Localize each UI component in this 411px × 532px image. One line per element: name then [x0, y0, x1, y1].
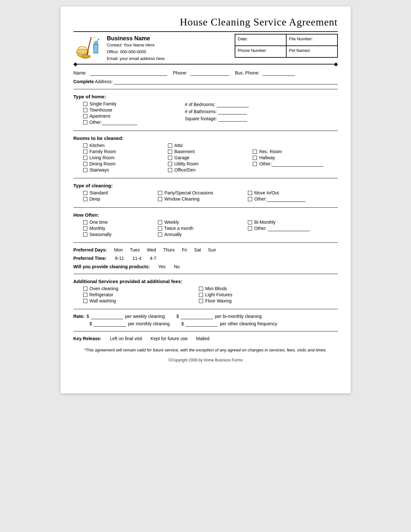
fri-option: Fri — [180, 247, 187, 252]
townhouse-checkbox[interactable] — [83, 108, 87, 112]
rooms-section: Rooms to be cleaned: Kitchen Family Room… — [73, 135, 338, 173]
time-4-7-option: 4-7 — [148, 256, 156, 261]
phone-number-field[interactable]: Phone Number: — [235, 46, 286, 57]
contact-value: Your Name Here — [123, 43, 154, 47]
basement-option: Basement — [168, 149, 253, 154]
weekly-option: Weekly — [158, 220, 248, 225]
email-line: Email: your email address here — [107, 55, 235, 62]
move-in-out-checkbox[interactable] — [248, 191, 252, 195]
bi-monthly-checkbox[interactable] — [248, 220, 252, 224]
cleaning-col3: Move In/Out Other: — [248, 190, 338, 203]
type-of-home-section: Type of home: Single Family Townhouse Ap… — [73, 94, 338, 126]
deep-checkbox[interactable] — [83, 197, 87, 201]
time-8-11-option: 8-11 — [113, 256, 124, 261]
hallway-checkbox[interactable] — [253, 156, 257, 160]
cleaning-products-row: Will you provide cleaning products: Yes … — [73, 264, 338, 269]
kitchen-label: Kitchen — [90, 143, 105, 148]
name-input[interactable] — [90, 70, 167, 76]
office-den-checkbox[interactable] — [168, 168, 172, 172]
phone-input[interactable] — [191, 70, 229, 76]
sqft-input[interactable] — [218, 116, 247, 122]
one-time-checkbox[interactable] — [83, 220, 87, 224]
dining-room-option: Dining Room — [83, 161, 168, 166]
window-cleaning-checkbox[interactable] — [158, 197, 162, 201]
bi-monthly-rate-input[interactable] — [181, 314, 213, 319]
window-cleaning-option: Window Cleaning — [158, 196, 248, 202]
living-room-option: Living Room — [83, 155, 168, 160]
seasonally-option: Seasonally — [83, 232, 158, 237]
weekly-rate-input[interactable] — [91, 314, 123, 319]
dining-room-checkbox[interactable] — [83, 162, 87, 166]
key-release-label: Key Release: — [73, 336, 102, 341]
wall-washing-checkbox[interactable] — [83, 299, 87, 303]
tues-label: Tues — [130, 247, 140, 252]
utility-room-checkbox[interactable] — [168, 162, 172, 166]
oven-cleaning-label: Oven cleaning — [90, 286, 119, 291]
stairways-checkbox[interactable] — [83, 168, 87, 172]
family-room-checkbox[interactable] — [83, 150, 87, 154]
garage-checkbox[interactable] — [168, 156, 172, 160]
other-room-checkbox[interactable] — [253, 162, 257, 166]
twice-month-checkbox[interactable] — [158, 226, 162, 231]
other-cleaning-checkbox[interactable] — [248, 197, 252, 201]
monthly-rate-input[interactable] — [94, 321, 126, 327]
apartment-label: Apartment — [90, 113, 111, 119]
address-input[interactable] — [114, 79, 338, 84]
bus-phone-input[interactable] — [263, 70, 295, 76]
footer-note: *This agreement will remain valid for fu… — [73, 347, 338, 353]
oven-cleaning-checkbox[interactable] — [83, 287, 87, 291]
monthly-checkbox[interactable] — [83, 226, 87, 231]
deep-option: Deep — [83, 196, 158, 202]
attic-label: Attic — [174, 143, 183, 148]
light-fixtures-checkbox[interactable] — [199, 293, 203, 297]
party-checkbox[interactable] — [158, 191, 162, 195]
other-home-checkbox[interactable] — [83, 120, 87, 124]
single-family-checkbox[interactable] — [83, 102, 87, 106]
other-room-option: Other: — [253, 161, 338, 167]
other-often-checkbox[interactable] — [248, 226, 252, 231]
wall-washing-label: Wall washing — [90, 298, 116, 303]
kitchen-checkbox[interactable] — [83, 143, 87, 148]
cleaning-columns: Standard Deep Party/Special Occasions Wi… — [83, 190, 338, 203]
mini-blinds-checkbox[interactable] — [199, 287, 203, 291]
preferred-time-row: Preferred Time: 8-11 11-4 4-7 — [73, 256, 338, 261]
sqft-label: Square footage: — [185, 116, 217, 121]
annually-checkbox[interactable] — [158, 232, 162, 237]
basement-checkbox[interactable] — [168, 150, 172, 154]
twice-month-label: Twice a month — [164, 226, 193, 231]
attic-checkbox[interactable] — [168, 143, 172, 148]
other-home-option: Other: — [83, 120, 185, 125]
business-name: Business Name — [107, 35, 235, 42]
per-weekly-label: per weekly cleaning — [125, 314, 165, 319]
pet-names-field[interactable]: Pet Names: — [286, 46, 338, 57]
mon-option: Mon — [112, 247, 123, 252]
stairways-label: Stairways — [90, 167, 109, 172]
wall-washing-option: Wall washing — [83, 298, 199, 303]
header-fields: Date: File Number: Phone Number: Pet Nam… — [235, 34, 338, 58]
bathrooms-input[interactable] — [218, 109, 247, 114]
standard-checkbox[interactable] — [83, 191, 87, 195]
bedrooms-input[interactable] — [217, 102, 249, 107]
page-title: House Cleaning Service Agreement — [73, 16, 338, 28]
family-room-option: Family Room — [83, 149, 168, 154]
thurs-label: Thurs — [163, 247, 175, 252]
weekly-checkbox[interactable] — [158, 220, 162, 224]
rec-room-checkbox[interactable] — [253, 150, 257, 154]
date-field[interactable]: Date: — [235, 34, 286, 46]
living-room-checkbox[interactable] — [83, 156, 87, 160]
other-rate-input[interactable] — [186, 321, 218, 327]
no-option: No — [172, 264, 180, 269]
wed-option: Wed — [145, 247, 156, 252]
apartment-checkbox[interactable] — [83, 114, 87, 118]
type-of-home-title: Type of home: — [73, 94, 338, 99]
file-number-field[interactable]: File Number: — [286, 34, 338, 46]
seasonally-checkbox[interactable] — [83, 232, 87, 237]
divider4 — [73, 207, 338, 208]
page: House Cleaning Service Agreement ◆ — [61, 6, 351, 393]
refrigerator-checkbox[interactable] — [83, 293, 87, 297]
floor-waxing-checkbox[interactable] — [199, 299, 203, 303]
name-phone-row: Name: Phone: Bus. Phone: — [73, 70, 338, 76]
key-release-row: Key Release: Left on final visit Kept fo… — [73, 336, 338, 341]
per-other-label: per other cleaning frequency — [220, 321, 277, 326]
floor-waxing-label: Floor Waxing — [205, 298, 232, 303]
